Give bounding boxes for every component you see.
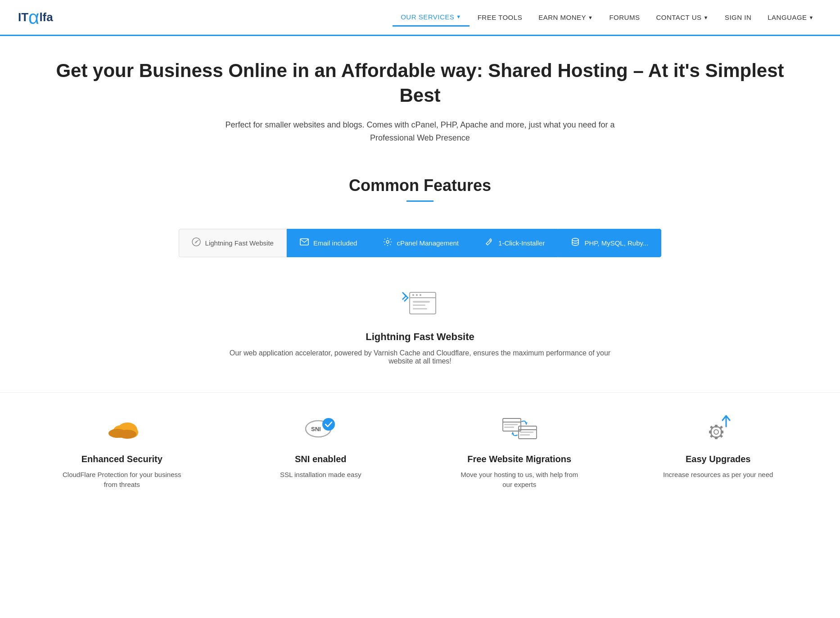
nav-label-contact-us: CONTACT US [656,14,701,21]
nav-link-our-services[interactable]: OUR SERVICES ▼ [393,9,469,27]
security-icon-wrapper [59,411,185,447]
security-title: Enhanced Security [59,454,185,464]
tab-email-label: Email included [313,239,357,247]
logo-it: IT [18,10,28,24]
chevron-down-icon-earn: ▼ [588,15,593,20]
svg-rect-37 [721,431,723,433]
hero-section: Get your Business Online in an Affordabl… [0,36,840,158]
svg-point-11 [416,294,418,296]
svg-rect-35 [715,436,718,439]
sni-title: SNI enabled [257,454,384,464]
upgrades-title: Easy Upgrades [655,454,781,464]
logo[interactable]: IT α lfa [18,8,53,27]
upgrades-description: Increase resources as per your need [655,470,781,480]
svg-rect-36 [709,431,712,433]
feature-detail-title: Lightning Fast Website [36,331,804,343]
nav-link-forums[interactable]: FORUMS [601,9,648,26]
tab-cpanel[interactable]: cPanel Management [370,229,472,257]
nav-link-free-tools[interactable]: FREE TOOLS [470,9,530,26]
security-description: CloudFlare Protection for your business … [59,470,185,490]
svg-rect-15 [413,308,427,309]
tab-installer[interactable]: 1-Click-Installer [472,229,558,257]
svg-point-33 [714,430,718,434]
main-nav: IT α lfa OUR SERVICES ▼ FREE TOOLS EARN … [0,0,840,36]
nav-menu: OUR SERVICES ▼ FREE TOOLS EARN MONEY ▼ F… [393,9,822,27]
lightning-website-icon [36,289,804,322]
svg-point-5 [386,241,389,243]
nav-item-language[interactable]: LANGUAGE ▼ [759,9,822,26]
svg-rect-40 [710,435,713,438]
feature-tabs: Lightning Fast Website Email included cP… [0,229,840,257]
upgrades-icon-wrapper [655,411,781,447]
feature-sni: SNI SNI enabled SSL installation made ea… [257,411,384,490]
heading-underline [406,200,434,202]
logo-alpha-icon: α [28,8,39,27]
tab-cpanel-label: cPanel Management [397,239,459,247]
nav-item-our-services[interactable]: OUR SERVICES ▼ [393,9,469,27]
hero-subtitle: Perfect for smaller websites and blogs. … [217,118,623,145]
svg-point-3 [195,241,197,242]
database-icon [571,237,580,249]
sni-icon-wrapper: SNI [257,411,384,447]
logo-lfa: lfa [39,10,53,24]
email-icon [300,238,309,248]
svg-point-10 [412,294,414,296]
tab-php-label: PHP, MySQL, Ruby... [584,239,648,247]
nav-link-contact-us[interactable]: CONTACT US ▼ [648,9,717,26]
nav-link-language[interactable]: LANGUAGE ▼ [759,9,822,26]
nav-item-free-tools[interactable]: FREE TOOLS [470,9,530,26]
svg-rect-27 [504,427,514,428]
chevron-down-icon-language: ▼ [809,15,814,20]
common-features-section: Common Features [0,158,840,229]
feature-detail-description: Our web application accelerator, powered… [217,349,623,365]
tab-email[interactable]: Email included [287,229,370,257]
svg-text:SNI: SNI [311,426,321,432]
chevron-down-icon-contact: ▼ [704,15,709,20]
nav-label-our-services: OUR SERVICES [401,13,454,21]
svg-rect-31 [520,434,530,436]
nav-label-earn-money: EARN MONEY [538,14,586,21]
sni-description: SSL installation made easy [257,470,384,480]
chevron-down-icon: ▼ [456,14,461,19]
feature-detail: Lightning Fast Website Our web applicati… [0,280,840,392]
svg-point-20 [118,430,136,439]
feature-migrations: Free Website Migrations Move your hostin… [456,411,583,490]
svg-point-12 [420,294,421,296]
svg-rect-14 [413,304,425,306]
svg-rect-34 [715,425,718,427]
tab-lightning-label: Lightning Fast Website [205,239,274,247]
nav-item-forums[interactable]: FORUMS [601,9,648,26]
common-features-heading: Common Features [18,176,822,195]
feature-security: Enhanced Security CloudFlare Protection … [59,411,185,490]
svg-rect-13 [413,301,430,303]
nav-label-forums: FORUMS [609,14,640,21]
nav-item-earn-money[interactable]: EARN MONEY ▼ [530,9,601,26]
nav-item-sign-in[interactable]: SIGN IN [717,9,759,26]
nav-label-free-tools: FREE TOOLS [478,14,522,21]
nav-label-language: LANGUAGE [768,14,807,21]
svg-point-7 [572,238,578,241]
svg-rect-30 [520,432,533,433]
tab-lightning-fast[interactable]: Lightning Fast Website [179,229,287,257]
tab-php[interactable]: PHP, MySQL, Ruby... [558,229,661,257]
svg-point-23 [322,418,335,431]
nav-item-contact-us[interactable]: CONTACT US ▼ [648,9,717,26]
migrations-icon-wrapper [456,411,583,447]
bottom-features: Enhanced Security CloudFlare Protection … [0,392,840,517]
gear-icon [383,237,392,249]
wrench-icon [485,237,494,249]
migrations-description: Move your hosting to us, with help from … [456,470,583,490]
migrations-title: Free Website Migrations [456,454,583,464]
nav-link-earn-money[interactable]: EARN MONEY ▼ [530,9,601,26]
hero-title: Get your Business Online in an Affordabl… [36,59,804,108]
feature-upgrades: Easy Upgrades Increase resources as per … [655,411,781,490]
svg-rect-26 [504,424,518,425]
dashboard-icon [192,237,201,249]
nav-link-sign-in[interactable]: SIGN IN [717,9,759,26]
tab-installer-label: 1-Click-Installer [498,239,545,247]
svg-rect-4 [300,239,308,245]
nav-label-sign-in: SIGN IN [725,14,751,21]
